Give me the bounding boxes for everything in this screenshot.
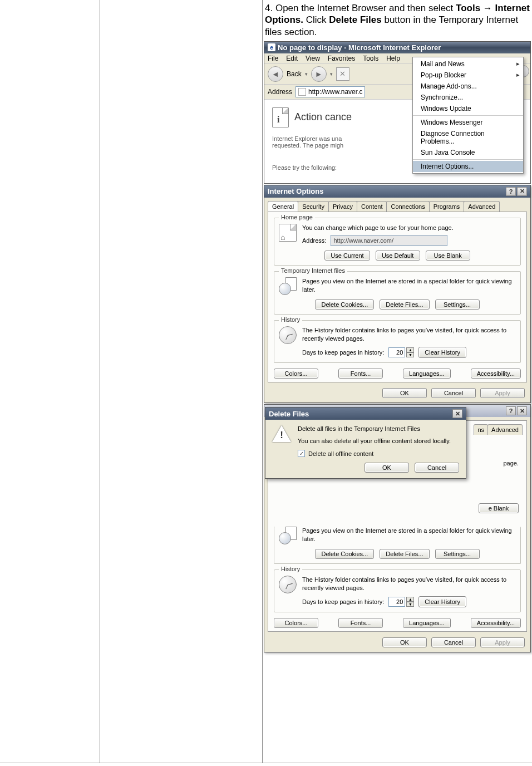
tab-general[interactable]: General (268, 201, 298, 212)
delete-files-button-2[interactable]: Delete Files... (380, 549, 429, 559)
delete-cancel-button[interactable]: Cancel (415, 463, 459, 473)
spin-up-icon-2[interactable]: ▲ (406, 597, 414, 602)
back-dropdown[interactable]: ▾ (305, 71, 308, 77)
spin-down-icon-2[interactable]: ▼ (406, 602, 414, 607)
apply-button[interactable]: Apply (480, 388, 525, 398)
delete-close-icon[interactable]: ✕ (452, 409, 462, 418)
address-label: Address (268, 88, 292, 96)
forward-button-icon[interactable]: ► (311, 66, 327, 82)
stop-button-icon[interactable]: ✕ (336, 67, 349, 81)
menu-synchronize[interactable]: Synchronize... (413, 92, 523, 103)
days-input[interactable]: 20 (388, 347, 405, 357)
ie-browser-window: e No page to display - Microsoft Interne… (264, 41, 531, 184)
history-text-2: The History folder contains links to pag… (302, 576, 516, 592)
tab-security[interactable]: Security (298, 201, 329, 212)
back-label: Back (287, 70, 302, 78)
delete-cookies-button[interactable]: Delete Cookies... (315, 299, 374, 310)
temp-files-text: Pages you view on the Internet are store… (302, 277, 516, 293)
help-button-icon-2[interactable]: ? (506, 406, 516, 415)
delete-files-button[interactable]: Delete Files... (380, 299, 429, 310)
menu-edit[interactable]: Edit (286, 55, 298, 62)
history-text: The History folder contains links to pag… (302, 326, 516, 342)
internet-options-dialog-2: Internet Options ? ✕ ns Advanced Delete … (264, 404, 531, 652)
tab-content[interactable]: Content (357, 201, 387, 212)
ok-button[interactable]: OK (382, 388, 427, 398)
days-input-2[interactable]: 20 (388, 597, 405, 607)
use-blank-button[interactable]: Use Blank (426, 251, 470, 261)
history-clock-icon-2 (279, 576, 297, 593)
instruction-part1: Open the Internet Browser and then selec… (273, 3, 456, 13)
general-panel-2: ns Advanced Delete Files ✕ Delete all fi… (268, 420, 527, 632)
tab-programs[interactable]: Programs (429, 201, 465, 212)
menu-file[interactable]: File (268, 55, 278, 62)
homepage-icon: ⌂ (279, 224, 297, 242)
days-spinner-2[interactable]: ▲▼ (406, 597, 414, 607)
back-button-icon[interactable]: ◄ (268, 66, 283, 82)
info-page-icon (272, 107, 289, 127)
menu-manage-addons[interactable]: Manage Add-ons... (413, 81, 523, 92)
general-panel: Home page ⌂ You can change which page to… (268, 212, 527, 382)
address-input[interactable]: http://www.naver.c (295, 86, 365, 97)
delete-cookies-button-2[interactable]: Delete Cookies... (315, 549, 374, 559)
spin-up-icon[interactable]: ▲ (406, 347, 414, 352)
fonts-button[interactable]: Fonts... (338, 369, 383, 379)
menu-internet-options[interactable]: Internet Options... (413, 161, 523, 172)
menu-windows-messenger[interactable]: Windows Messenger (413, 117, 523, 128)
action-cancelled-heading: Action cance (294, 111, 352, 123)
history-fieldset-2: History The History folder contains link… (274, 569, 521, 612)
clear-history-button-2[interactable]: Clear History (418, 596, 466, 607)
clear-history-button[interactable]: Clear History (418, 347, 466, 358)
apply-button-2[interactable]: Apply (480, 637, 525, 647)
tools-dropdown-menu: Mail and News Pop-up Blocker Manage Add-… (412, 57, 524, 174)
tab-connections[interactable]: Connections (386, 201, 429, 212)
homepage-legend: Home page (279, 214, 315, 220)
settings-button-2[interactable]: Settings... (435, 549, 480, 559)
forward-dropdown[interactable]: ▾ (330, 71, 333, 77)
days-label: Days to keep pages in history: (302, 348, 384, 356)
languages-button-2[interactable]: Languages... (403, 618, 451, 628)
homepage-text: You can change which page to use for you… (302, 224, 516, 232)
menu-help[interactable]: Help (386, 55, 400, 62)
delete-ok-button[interactable]: OK (364, 463, 409, 473)
menu-view[interactable]: View (306, 55, 320, 62)
cancel-button[interactable]: Cancel (431, 388, 476, 398)
accessibility-button[interactable]: Accessibility... (471, 369, 521, 379)
fonts-button-2[interactable]: Fonts... (338, 618, 383, 628)
partial-tab-ns[interactable]: ns (474, 424, 488, 435)
accessibility-button-2[interactable]: Accessibility... (471, 618, 521, 628)
cancel-button-2[interactable]: Cancel (431, 637, 476, 647)
delete-offline-checkbox[interactable]: ✓ (298, 450, 305, 457)
tab-privacy[interactable]: Privacy (328, 201, 357, 212)
history-legend: History (279, 316, 302, 323)
partial-blank-button[interactable]: e Blank (479, 503, 519, 513)
colors-button-2[interactable]: Colors... (274, 618, 318, 628)
use-default-button[interactable]: Use Default (376, 251, 420, 261)
menu-sun-java-console[interactable]: Sun Java Console (413, 147, 523, 158)
menu-popup-blocker[interactable]: Pop-up Blocker (413, 70, 523, 81)
menu-tools[interactable]: Tools (363, 55, 378, 62)
menu-mail-news[interactable]: Mail and News (413, 58, 523, 70)
tab-advanced[interactable]: Advanced (464, 201, 500, 212)
menu-diagnose-connection[interactable]: Diagnose Connection Problems... (413, 128, 523, 147)
colors-button[interactable]: Colors... (274, 369, 318, 379)
help-button-icon[interactable]: ? (506, 187, 516, 196)
dialog-titlebar: Internet Options ? ✕ (264, 185, 530, 198)
use-current-button[interactable]: Use Current (324, 251, 370, 261)
menu-windows-update[interactable]: Windows Update (413, 103, 523, 114)
spin-down-icon[interactable]: ▼ (406, 352, 414, 357)
days-spinner[interactable]: ▲▼ (406, 347, 414, 357)
instruction-text: 4. Open the Internet Browser and then se… (263, 2, 532, 41)
homepage-address-input[interactable]: http://www.naver.com/ (331, 235, 447, 246)
history-fieldset: History The History folder contains link… (274, 320, 521, 363)
temp-files-icon-2 (279, 527, 297, 544)
close-button-icon[interactable]: ✕ (517, 187, 527, 196)
ok-button-2[interactable]: OK (382, 637, 427, 647)
delete-text-2: You can also delete all your offline con… (298, 438, 459, 444)
page-icon (298, 88, 306, 96)
close-button-icon-2[interactable]: ✕ (517, 406, 527, 415)
settings-button[interactable]: Settings... (435, 299, 480, 310)
partial-tab-advanced[interactable]: Advanced (487, 424, 523, 435)
temp-files-text-2: Pages you view on the Internet are store… (302, 527, 516, 543)
menu-favorites[interactable]: Favorites (328, 55, 355, 62)
languages-button[interactable]: Languages... (403, 369, 451, 379)
